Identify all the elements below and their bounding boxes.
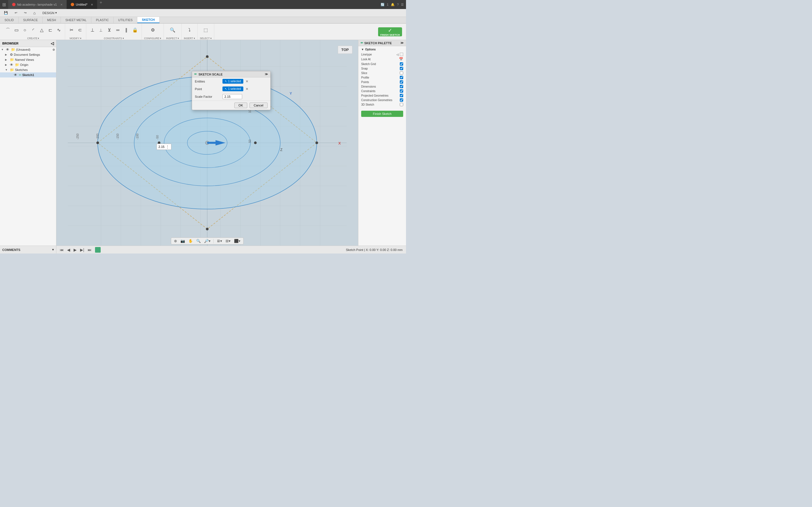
linetype-control[interactable]: ◁	[396, 53, 403, 56]
triangle-tool[interactable]: △	[38, 27, 46, 33]
nav-last-button[interactable]: ⏭	[87, 247, 93, 252]
viewport-btn[interactable]: ⬛▾	[233, 238, 242, 244]
tab-solid[interactable]: SOLID	[0, 17, 18, 23]
sidebar-item-doc-settings[interactable]: ▶ ⚙ Document Settings	[0, 52, 56, 57]
lock-tool[interactable]: 🔒	[131, 27, 139, 33]
sidebar-item-origin[interactable]: ▶ 👁 📁 Origin	[0, 62, 56, 67]
canvas-area[interactable]: 150 100 50 -250 -200 -150 -100 -50	[56, 40, 358, 245]
ok-button[interactable]: OK	[234, 103, 247, 108]
modify-dropdown-icon[interactable]: ▾	[80, 37, 82, 40]
nav-next-button[interactable]: ▶|	[79, 247, 86, 252]
point-clear-button[interactable]: ✕	[246, 87, 248, 91]
dimension-label[interactable]: 2.15 ⋮	[156, 144, 171, 150]
inspect-dropdown-icon[interactable]: ▾	[177, 37, 179, 40]
app-menu-icon[interactable]: ⊞	[0, 2, 8, 7]
tab-utilities[interactable]: UTILITIES	[114, 17, 137, 23]
nav-play-button[interactable]: ▶	[72, 247, 78, 252]
tangent-tool[interactable]: ⊻	[105, 27, 113, 33]
entities-selected-button[interactable]: ↖ 1 selected	[222, 79, 243, 83]
tab-plastic[interactable]: PLASTIC	[91, 17, 114, 23]
entities-clear-button[interactable]: ✕	[246, 79, 248, 83]
extend-tool[interactable]: ⊂	[76, 27, 84, 33]
snap-checkbox[interactable]	[400, 67, 403, 70]
sidebar-item-sketch1[interactable]: 👁 ✏ Sketch1	[0, 72, 56, 77]
configure-tool[interactable]: ⚙	[149, 27, 157, 33]
profile-checkbox[interactable]	[400, 76, 403, 79]
coincident-tool[interactable]: ⊥	[89, 27, 96, 33]
eye-icon-unsaved[interactable]: 👁	[6, 48, 9, 52]
menu-icon[interactable]: ☰	[401, 3, 404, 6]
pan-btn[interactable]: ✋	[187, 238, 194, 244]
circle-tool[interactable]: ○	[21, 27, 29, 33]
constraints-dropdown-icon[interactable]: ▾	[123, 37, 124, 40]
nav-first-button[interactable]: ⏮	[59, 247, 65, 252]
linetype-prev[interactable]: ◁	[396, 53, 399, 56]
tab-untitled[interactable]: Untitled* ✕	[67, 0, 98, 9]
display-mode-btn[interactable]: 🖥▾	[215, 238, 223, 244]
point-selected-button[interactable]: ↖ 1 selected	[222, 87, 243, 91]
tab-mesh[interactable]: MESH	[43, 17, 61, 23]
camera-btn[interactable]: 📷	[179, 238, 186, 244]
arc-tool[interactable]: ◜	[29, 27, 37, 33]
scale-factor-input[interactable]	[222, 94, 242, 99]
spline-tool[interactable]: ∿	[55, 27, 63, 33]
eye-icon-sketch1[interactable]: 👁	[14, 73, 17, 77]
zoom-btn[interactable]: 🔍	[195, 238, 202, 244]
palette-options-title[interactable]: ▼ Options	[361, 48, 403, 51]
configure-dropdown-icon[interactable]: ▾	[160, 37, 161, 40]
nav-thumbnail[interactable]	[95, 247, 101, 252]
cancel-button[interactable]: Cancel	[250, 103, 267, 108]
sync-icon[interactable]: 🔄	[380, 3, 385, 6]
design-dropdown[interactable]: DESIGN ▾	[41, 10, 58, 15]
finish-sketch-palette-button[interactable]: Finish Sketch	[361, 111, 403, 117]
tab-fab-academy[interactable]: fab academy– lampshade v1 ✕	[8, 0, 67, 9]
zoom-drop-btn[interactable]: 🔎▾	[203, 238, 212, 244]
constraints-checkbox[interactable]	[400, 89, 403, 93]
sidebar-collapse-icon[interactable]: ◁	[51, 41, 54, 46]
create-dropdown-icon[interactable]: ▾	[38, 37, 39, 40]
tab-sketch[interactable]: SKETCH	[137, 17, 159, 23]
insert-tool[interactable]: ⤵	[186, 27, 193, 33]
rect-tool[interactable]: ▭	[12, 27, 20, 33]
collinear-tool[interactable]: ⟂	[97, 27, 105, 33]
parallel-tool[interactable]: ∥	[122, 27, 130, 33]
slice-checkbox[interactable]	[400, 71, 403, 75]
comments-section[interactable]: COMMENTS ▾	[0, 246, 56, 253]
snap-tool-btn[interactable]: ⊕	[173, 238, 178, 244]
line-tool[interactable]: ⌒	[4, 27, 12, 33]
tab-surface[interactable]: SURFACE	[18, 17, 43, 23]
eye-icon-origin[interactable]: 👁	[10, 63, 13, 67]
inspect-tool[interactable]: 🔍	[168, 27, 177, 33]
finish-sketch-toolbar-button[interactable]: ✓ FINISH SKETCH	[378, 27, 402, 36]
sidebar-item-sketches[interactable]: ▼ 📁 Sketches	[0, 67, 56, 72]
dimensions-checkbox[interactable]	[400, 85, 403, 88]
look-at-button[interactable]: 📅	[399, 57, 403, 61]
insert-dropdown-icon[interactable]: ▾	[194, 37, 195, 40]
dimension-menu-icon[interactable]: ⋮	[165, 145, 169, 149]
const-geom-checkbox[interactable]	[400, 98, 403, 102]
undo-button[interactable]: ↩	[13, 10, 19, 15]
tab-close-fab[interactable]: ✕	[60, 3, 63, 6]
new-tab-button[interactable]: +	[97, 0, 104, 9]
home-button[interactable]: ⌂	[32, 10, 37, 16]
sidebar-settings-icon[interactable]: ⚙	[52, 48, 55, 51]
points-checkbox[interactable]	[400, 80, 403, 83]
notifications-icon[interactable]: 🔔	[391, 3, 395, 6]
sidebar-item-unsaved[interactable]: ▼ 👁 📁 (Unsaved) ⚙	[0, 47, 56, 52]
tab-close-untitled[interactable]: ✕	[91, 3, 93, 6]
dialog-expand-icon[interactable]: ≫	[265, 72, 268, 76]
equal-tool[interactable]: ═	[114, 27, 122, 33]
3d-sketch-checkbox[interactable]	[400, 103, 403, 106]
redo-button[interactable]: ↪	[22, 10, 28, 15]
select-tool[interactable]: ⬚	[202, 27, 210, 33]
trim-tool[interactable]: ✂	[67, 27, 75, 33]
comments-collapse-icon[interactable]: ▾	[52, 248, 54, 251]
nav-prev-button[interactable]: ◀	[66, 247, 71, 252]
help-icon[interactable]: ?	[397, 3, 399, 6]
proj-geom-checkbox[interactable]	[400, 94, 403, 97]
slot-tool[interactable]: ⊏	[46, 27, 54, 33]
select-dropdown-icon[interactable]: ▾	[210, 37, 212, 40]
palette-expand-icon[interactable]: ≫	[400, 41, 404, 45]
tab-sheet-metal[interactable]: SHEET METAL	[61, 17, 91, 23]
save-button[interactable]: 💾	[2, 10, 10, 15]
